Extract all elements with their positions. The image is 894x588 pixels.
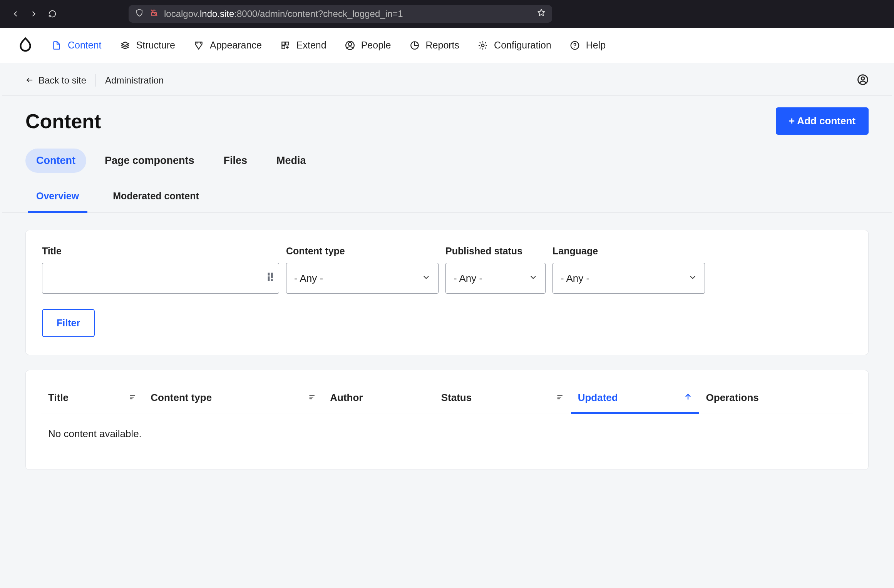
filter-status-label: Published status [445,246,546,257]
nav-label: People [361,40,391,51]
nav-reports[interactable]: Reports [410,40,460,51]
svg-point-5 [348,42,352,46]
sort-icon [556,392,564,404]
col-title[interactable]: Title [41,378,144,414]
autofill-icon [267,272,275,284]
sort-icon [129,392,137,404]
nav-content[interactable]: Content [52,40,102,51]
svg-rect-3 [286,42,289,45]
nav-extend[interactable]: Extend [280,40,326,51]
back-to-site-link[interactable]: Back to site [25,75,86,86]
page-title: Content [25,110,101,133]
filter-title-label: Title [42,246,279,257]
page-header: Content + Add content [0,96,894,141]
shield-icon [135,8,144,20]
filter-language-label: Language [552,246,705,257]
nav-label: Help [586,40,606,51]
nav-label: Structure [136,40,175,51]
filter-button[interactable]: Filter [42,309,95,337]
col-label: Title [48,392,69,404]
nav-label: Extend [296,40,326,51]
url-text: localgov.lndo.site:8000/admin/content?ch… [164,8,531,19]
filter-title-input[interactable] [50,263,271,293]
col-label: Operations [706,392,759,404]
svg-rect-16 [271,279,273,281]
col-label: Status [441,392,472,404]
nav-label: Reports [426,40,460,51]
browser-back-button[interactable] [8,6,23,22]
tab-page-components[interactable]: Page components [94,149,205,173]
col-label: Author [330,392,363,404]
col-operations: Operations [699,378,853,414]
primary-tabs: Content Page components Files Media [0,149,894,173]
breadcrumb-item[interactable]: Administration [105,75,164,86]
divider [95,74,96,87]
chevron-down-icon [422,272,430,284]
bookmark-star-icon[interactable] [537,8,546,20]
filter-title-field: Title [42,246,279,294]
col-updated[interactable]: Updated [571,378,699,414]
sort-icon [308,392,316,404]
tab-content[interactable]: Content [25,149,86,173]
filter-language-select[interactable]: - Any - [552,263,705,294]
browser-reload-button[interactable] [45,6,60,22]
svg-point-10 [574,47,575,47]
subtab-moderated[interactable]: Moderated content [104,184,208,213]
back-to-site-label: Back to site [39,75,86,86]
tab-media[interactable]: Media [266,149,317,173]
svg-point-12 [861,77,864,80]
drupal-logo-icon[interactable] [18,37,33,54]
content-table-card: Title Content type [25,370,869,470]
nav-people[interactable]: People [345,40,391,51]
filter-content-type-field: Content type - Any - [286,246,439,294]
add-content-button[interactable]: + Add content [776,107,869,135]
nav-configuration[interactable]: Configuration [478,40,551,51]
select-value: - Any - [454,272,482,284]
svg-rect-15 [271,273,273,278]
secondary-tabs: Overview Moderated content [2,184,892,213]
filter-card: Title Content type - Any - Published sta… [25,230,869,355]
browser-chrome: localgov.lndo.site:8000/admin/content?ch… [0,0,894,28]
user-profile-button[interactable] [857,74,869,87]
admin-toolbar: Content Structure Appearance Extend Peop… [0,28,894,63]
svg-point-8 [482,44,484,47]
filter-status-select[interactable]: - Any - [445,263,546,294]
filter-status-field: Published status - Any - [445,246,546,294]
svg-rect-2 [282,42,285,45]
subtab-overview[interactable]: Overview [28,184,87,213]
content-table: Title Content type [41,378,853,454]
chevron-down-icon [688,272,697,284]
svg-rect-14 [268,276,270,281]
nav-label: Configuration [494,40,551,51]
select-value: - Any - [294,272,323,284]
nav-structure[interactable]: Structure [120,40,175,51]
url-bar[interactable]: localgov.lndo.site:8000/admin/content?ch… [129,5,552,23]
tab-files[interactable]: Files [213,149,258,173]
svg-rect-4 [282,46,285,49]
nav-help[interactable]: Help [570,40,606,51]
filter-language-field: Language - Any - [552,246,705,294]
col-label: Updated [578,392,618,404]
sort-asc-icon [684,392,692,404]
insecure-icon [149,8,159,20]
col-status[interactable]: Status [434,378,571,414]
filter-content-type-select[interactable]: - Any - [286,263,439,294]
nav-label: Content [68,40,102,51]
table-empty-row: No content available. [41,414,853,454]
filter-content-type-label: Content type [286,246,439,257]
browser-forward-button[interactable] [26,6,42,22]
chevron-down-icon [529,272,537,284]
svg-rect-13 [268,273,270,276]
col-content-type[interactable]: Content type [144,378,323,414]
nav-appearance[interactable]: Appearance [194,40,262,51]
col-label: Content type [151,392,212,404]
select-value: - Any - [561,272,589,284]
nav-label: Appearance [210,40,262,51]
empty-message: No content available. [41,414,853,454]
col-author[interactable]: Author [323,378,434,414]
breadcrumb-bar: Back to site Administration [2,63,892,96]
